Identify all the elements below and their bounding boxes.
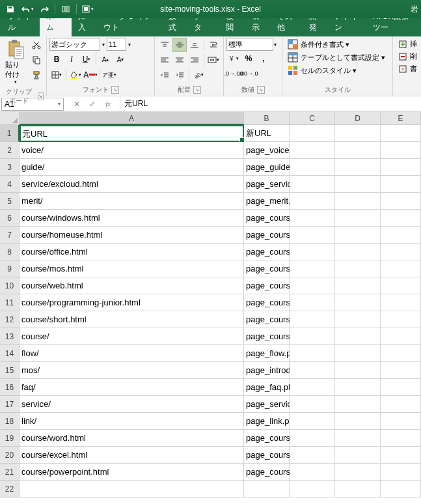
cell[interactable]: [335, 328, 381, 345]
cell[interactable]: page_course_short.php: [244, 311, 290, 328]
cell[interactable]: mos/: [20, 362, 244, 379]
align-center-button[interactable]: [172, 53, 187, 67]
cell[interactable]: page_voice.php: [244, 142, 290, 159]
cell[interactable]: [290, 345, 335, 362]
row-header[interactable]: 19: [0, 430, 20, 447]
cell[interactable]: course/powerpoint.html: [20, 464, 244, 481]
percent-button[interactable]: %: [241, 51, 256, 66]
cell[interactable]: page_course_excel.php: [244, 447, 290, 464]
bold-button[interactable]: B: [49, 52, 64, 66]
comma-button[interactable]: ,: [256, 51, 271, 66]
align-right-button[interactable]: [187, 53, 202, 67]
row-header[interactable]: 20: [0, 447, 20, 464]
cell[interactable]: course/short.html: [20, 311, 244, 328]
cell[interactable]: [290, 311, 335, 328]
row-header[interactable]: 7: [0, 227, 20, 244]
cell[interactable]: 新URL: [244, 125, 290, 142]
align-top-button[interactable]: [157, 38, 172, 52]
cell[interactable]: course/office.html: [20, 244, 244, 260]
chevron-down-icon[interactable]: ▾: [58, 101, 61, 107]
cell[interactable]: 元URL: [20, 125, 244, 142]
cell[interactable]: [290, 142, 335, 159]
cell[interactable]: faq/: [20, 379, 244, 396]
name-box[interactable]: A1▾: [1, 98, 64, 111]
row-header[interactable]: 3: [0, 159, 20, 176]
cell[interactable]: [290, 193, 335, 210]
cell[interactable]: [290, 328, 335, 345]
cell[interactable]: page_merit.php: [244, 193, 290, 210]
wrap-text-button[interactable]: [206, 38, 221, 52]
row-header[interactable]: 17: [0, 396, 20, 413]
cell[interactable]: [335, 464, 381, 481]
select-all-button[interactable]: [0, 112, 20, 125]
decrease-font-button[interactable]: A▾: [113, 52, 128, 66]
row-header[interactable]: 12: [0, 311, 20, 328]
cell[interactable]: [335, 311, 381, 328]
align-middle-button[interactable]: [172, 38, 187, 52]
row-header[interactable]: 21: [0, 464, 20, 481]
cell[interactable]: [381, 244, 421, 260]
cell[interactable]: [381, 260, 421, 277]
cancel-formula-button[interactable]: ✕: [70, 98, 83, 111]
phonetic-button[interactable]: ア亜▾: [102, 68, 116, 82]
cell[interactable]: page_course_mos.php: [244, 260, 290, 277]
cell[interactable]: [381, 430, 421, 447]
cell[interactable]: [381, 193, 421, 210]
cell[interactable]: [335, 362, 381, 379]
cell[interactable]: [381, 413, 421, 430]
cell[interactable]: page_course_windows.php: [244, 210, 290, 227]
font-name-input[interactable]: [49, 38, 100, 51]
cell[interactable]: [290, 413, 335, 430]
merge-button[interactable]: ▾: [206, 53, 221, 67]
row-header[interactable]: 18: [0, 413, 20, 430]
cell[interactable]: [290, 125, 335, 142]
cell[interactable]: page_course_powerpoint.php: [244, 464, 290, 481]
cell[interactable]: page_service_excloud.php: [244, 176, 290, 193]
row-header[interactable]: 6: [0, 210, 20, 227]
cell[interactable]: page_guide.php: [244, 159, 290, 176]
decrease-decimal-button[interactable]: .00→.0: [241, 66, 256, 81]
cell[interactable]: course/word.html: [20, 430, 244, 447]
cell[interactable]: [290, 277, 335, 294]
row-header[interactable]: 11: [0, 294, 20, 311]
cell[interactable]: [335, 125, 381, 142]
cell[interactable]: [290, 447, 335, 464]
cell[interactable]: course/web.html: [20, 277, 244, 294]
cell[interactable]: [290, 260, 335, 277]
row-header[interactable]: 5: [0, 193, 20, 210]
cell[interactable]: [290, 244, 335, 260]
cell[interactable]: page_link.php: [244, 413, 290, 430]
cell[interactable]: guide/: [20, 159, 244, 176]
cell[interactable]: merit/: [20, 193, 244, 210]
cell[interactable]: [335, 396, 381, 413]
cell[interactable]: page_course_word.php: [244, 430, 290, 447]
cell[interactable]: [290, 362, 335, 379]
cell[interactable]: [381, 294, 421, 311]
cell[interactable]: [381, 277, 421, 294]
cell[interactable]: course/mos.html: [20, 260, 244, 277]
cell[interactable]: [381, 362, 421, 379]
align-left-button[interactable]: [157, 53, 172, 67]
align-bottom-button[interactable]: [187, 38, 202, 52]
cell[interactable]: page_course_office.php: [244, 244, 290, 260]
qat-button-2[interactable]: ▾: [79, 2, 95, 16]
cell[interactable]: [335, 244, 381, 260]
cell[interactable]: [290, 210, 335, 227]
cell[interactable]: [290, 396, 335, 413]
cell[interactable]: page_faq.php: [244, 379, 290, 396]
row-header[interactable]: 8: [0, 244, 20, 260]
cell[interactable]: [290, 430, 335, 447]
cell[interactable]: [381, 159, 421, 176]
cell[interactable]: [335, 413, 381, 430]
cell[interactable]: [335, 379, 381, 396]
row-header[interactable]: 10: [0, 277, 20, 294]
increase-indent-button[interactable]: [172, 68, 187, 82]
column-header[interactable]: C: [290, 112, 335, 125]
cell[interactable]: link/: [20, 413, 244, 430]
cell[interactable]: [381, 345, 421, 362]
cell[interactable]: [335, 260, 381, 277]
borders-button[interactable]: ▾: [49, 68, 64, 82]
number-format-select[interactable]: [226, 38, 273, 51]
cell[interactable]: [381, 176, 421, 193]
save-button[interactable]: [3, 2, 18, 16]
